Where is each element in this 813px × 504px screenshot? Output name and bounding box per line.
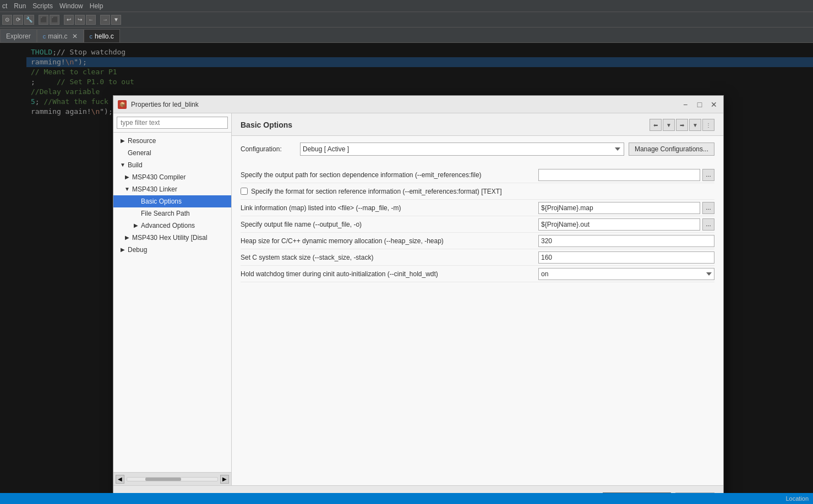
menu-scripts[interactable]: Scripts bbox=[32, 2, 53, 10]
option-row-emit-references-file: Specify the output path for section depe… bbox=[241, 167, 714, 183]
option-label-stack-size: Set C system stack size (--stack_size, -… bbox=[241, 250, 538, 265]
toolbar-btn-3[interactable]: 🔧 bbox=[24, 15, 34, 25]
tree-arrow-hex-utility: ▶ bbox=[124, 233, 130, 243]
tab-main-c-label: main.c bbox=[48, 32, 67, 40]
emit-references-file-input[interactable] bbox=[538, 169, 700, 181]
menu-help[interactable]: Help bbox=[90, 2, 103, 10]
option-label-emit-format: Specify the format for section reference… bbox=[241, 184, 538, 199]
tree-item-file-search[interactable]: File Search Path bbox=[113, 207, 231, 220]
tree-item-general[interactable]: General bbox=[113, 147, 231, 159]
dialog-minimize-button[interactable]: − bbox=[680, 100, 690, 109]
dialog-title: Properties for led_blink bbox=[131, 101, 676, 108]
tree-item-build[interactable]: ▼ Build bbox=[113, 159, 231, 171]
tree-item-linker[interactable]: ▼ MSP430 Linker bbox=[113, 183, 231, 195]
tree-label-build: Build bbox=[128, 160, 143, 170]
dialog-title-bar: 📦 Properties for led_blink − □ ✕ bbox=[113, 96, 723, 113]
option-label-heap-size: Heap size for C/C++ dynamic memory alloc… bbox=[241, 234, 538, 248]
heap-size-input[interactable] bbox=[538, 235, 714, 247]
configuration-select[interactable]: Debug [ Active ] bbox=[300, 143, 624, 156]
tree-arrow-build: ▼ bbox=[120, 160, 126, 170]
option-row-stack-size: Set C system stack size (--stack_size, -… bbox=[241, 249, 714, 266]
tree-label-linker: MSP430 Linker bbox=[132, 184, 177, 194]
toolbar-btn-2[interactable]: ⟳ bbox=[13, 15, 23, 25]
tree-item-debug[interactable]: ▶ Debug bbox=[113, 244, 231, 256]
properties-dialog: 📦 Properties for led_blink − □ ✕ ▶ Res bbox=[113, 95, 724, 504]
manage-configurations-button[interactable]: Manage Configurations... bbox=[629, 143, 714, 156]
tab-main-c-close[interactable]: ✕ bbox=[72, 32, 78, 40]
option-value-map-file: … bbox=[538, 202, 714, 214]
content-body: Configuration: Debug [ Active ] Manage C… bbox=[232, 136, 723, 485]
option-row-heap-size: Heap size for C/C++ dynamic memory alloc… bbox=[241, 233, 714, 249]
stack-size-input[interactable] bbox=[538, 251, 714, 264]
tree-label-compiler: MSP430 Compiler bbox=[132, 172, 185, 182]
tree-filter-input[interactable] bbox=[117, 117, 228, 129]
toolbar-btn-4[interactable]: ⬛ bbox=[39, 15, 48, 25]
output-file-browse[interactable]: … bbox=[702, 218, 714, 231]
tree-label-debug: Debug bbox=[128, 245, 147, 255]
toolbar-btn-1[interactable]: ⊙ bbox=[2, 15, 12, 25]
configuration-label: Configuration: bbox=[241, 145, 296, 153]
emit-references-file-browse[interactable]: … bbox=[702, 169, 714, 181]
menu-window[interactable]: Window bbox=[59, 2, 83, 10]
toolbar-btn-7[interactable]: ↪ bbox=[75, 15, 85, 25]
toolbar-btn-9[interactable]: → bbox=[100, 15, 110, 25]
dialog-icon: 📦 bbox=[118, 100, 127, 109]
toolbar-prev-btn[interactable]: ⬅ bbox=[650, 119, 662, 131]
dialog-body: ▶ Resource General ▼ Build ▶ bbox=[113, 113, 723, 485]
emit-references-format-checkbox[interactable] bbox=[241, 188, 248, 195]
tab-hello-c[interactable]: c hello.c bbox=[84, 29, 120, 42]
toolbar-btn-8[interactable]: ← bbox=[86, 15, 96, 25]
tree-scroll-thumb bbox=[145, 478, 182, 481]
option-row-emit-references-format: Specify the format for section reference… bbox=[241, 183, 714, 200]
toolbar-btn-5[interactable]: ⬛ bbox=[50, 15, 59, 25]
tab-hello-c-label: hello.c bbox=[95, 32, 114, 40]
dialog-close-button[interactable]: ✕ bbox=[709, 100, 719, 109]
map-file-browse[interactable]: … bbox=[702, 202, 714, 214]
content-panel: Basic Options ⬅ ▼ ➡ ▼ ⋮ Configuration: bbox=[232, 113, 723, 485]
content-toolbar: ⬅ ▼ ➡ ▼ ⋮ bbox=[650, 119, 714, 131]
tree-scroll-right[interactable]: ▶ bbox=[220, 475, 229, 484]
tree-arrow-debug: ▶ bbox=[120, 245, 126, 255]
tab-main-c-icon: c bbox=[43, 33, 46, 40]
toolbar-more-btn[interactable]: ⋮ bbox=[702, 119, 714, 131]
toolbar-prev-dropdown-btn[interactable]: ▼ bbox=[663, 119, 675, 131]
tree-label-basic-options: Basic Options bbox=[141, 196, 182, 206]
tab-hello-c-icon: c bbox=[90, 33, 93, 40]
output-file-input[interactable] bbox=[538, 218, 700, 231]
dialog-overlay: 📦 Properties for led_blink − □ ✕ ▶ Res bbox=[0, 43, 813, 504]
tree-scroll-bar[interactable]: ◀ ▶ bbox=[113, 472, 231, 485]
option-row-watchdog: Hold watchdog timer during cinit auto-in… bbox=[241, 266, 714, 282]
tree-arrow-linker: ▼ bbox=[124, 184, 130, 194]
tree-panel: ▶ Resource General ▼ Build ▶ bbox=[113, 113, 232, 485]
tree-scroll-track[interactable] bbox=[127, 477, 218, 481]
option-label-map-file: Link information (map) listed into <file… bbox=[241, 201, 538, 215]
tree-arrow-resource: ▶ bbox=[120, 136, 126, 146]
tab-explorer[interactable]: Explorer bbox=[0, 29, 37, 42]
tree-item-resource[interactable]: ▶ Resource bbox=[113, 135, 231, 147]
tree-scroll-left[interactable]: ◀ bbox=[116, 475, 124, 484]
tree-arrow-advanced: ▶ bbox=[133, 221, 139, 231]
tree-item-hex-utility[interactable]: ▶ MSP430 Hex Utility [Disal bbox=[113, 232, 231, 244]
tree-label-file-search: File Search Path bbox=[141, 209, 190, 218]
location-label: Location bbox=[785, 495, 809, 502]
tree-item-advanced[interactable]: ▶ Advanced Options bbox=[113, 220, 231, 232]
dialog-maximize-button[interactable]: □ bbox=[695, 100, 705, 109]
configuration-row: Configuration: Debug [ Active ] Manage C… bbox=[241, 143, 714, 156]
option-value-stack-size bbox=[538, 251, 714, 264]
tab-main-c[interactable]: c main.c ✕ bbox=[37, 29, 84, 42]
toolbar-next-btn[interactable]: ➡ bbox=[676, 119, 688, 131]
tree-item-basic-options[interactable]: Basic Options bbox=[113, 195, 231, 207]
watchdog-select[interactable]: on off bbox=[538, 268, 714, 280]
tree-item-compiler[interactable]: ▶ MSP430 Compiler bbox=[113, 171, 231, 183]
menu-run[interactable]: Run bbox=[14, 2, 26, 10]
menu-ct[interactable]: ct bbox=[2, 2, 7, 10]
emit-format-label-text: Specify the format for section reference… bbox=[251, 188, 502, 195]
map-file-input[interactable] bbox=[538, 202, 700, 214]
option-row-output-file: Specify output file name (--output_file,… bbox=[241, 216, 714, 233]
toolbar-btn-10[interactable]: ▼ bbox=[111, 15, 121, 25]
toolbar-next-dropdown-btn[interactable]: ▼ bbox=[689, 119, 701, 131]
tree-filter-area bbox=[113, 113, 231, 133]
content-header: Basic Options ⬅ ▼ ➡ ▼ ⋮ bbox=[232, 113, 723, 136]
tree-label-resource: Resource bbox=[128, 136, 156, 146]
toolbar-btn-6[interactable]: ↩ bbox=[64, 15, 74, 25]
